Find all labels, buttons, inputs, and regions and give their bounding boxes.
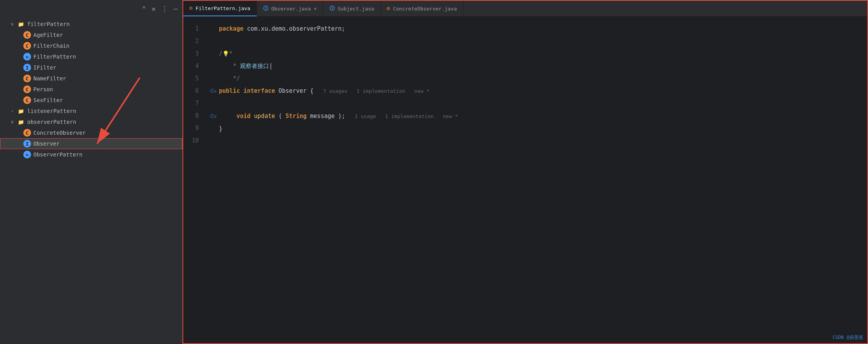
tree-label: Observer — [33, 141, 59, 147]
params-open: ( — [279, 113, 282, 120]
tree-label: NameFilter — [33, 75, 66, 82]
tree-item-listenerpattern-folder[interactable]: › 📁 listenerPattern — [0, 106, 182, 116]
tree-label: Person — [33, 86, 53, 92]
tab-observer[interactable]: Ⓘ Observer.java ✕ — [257, 1, 323, 16]
minimize-icon[interactable]: — — [174, 5, 178, 13]
tree-item-namefilter[interactable]: C NameFilter — [0, 73, 182, 84]
class-icon: C — [23, 85, 31, 93]
code-line-6: Ⓘ↓ public interface Observer { 7 usages … — [208, 85, 867, 97]
kw-interface: interface — [243, 87, 275, 94]
code-text-4: * 观察者接口 — [219, 60, 867, 72]
tab-label: ConcreteObserver.java — [393, 6, 457, 12]
package-path: com.xu.demo.observerPattern; — [247, 25, 345, 32]
kw-public: public — [219, 87, 240, 94]
code-line-8: Ⓘ↓ void update ( String message ); 1 usa… — [208, 110, 867, 123]
tree-label: listenerPattern — [27, 108, 76, 114]
code-text-10 — [219, 135, 867, 148]
folder-icon: 📁 — [17, 118, 25, 126]
tab-label: Subject.java — [338, 6, 374, 12]
sidebar: ⌃ ✕ ⋮ — ∨ 📁 filterPattern C AgeFilter C … — [0, 0, 182, 344]
tab-bar: © FilterPattern.java Ⓘ Observer.java ✕ Ⓘ… — [183, 1, 867, 16]
indent — [219, 113, 233, 120]
more-icon[interactable]: ⋮ — [161, 5, 168, 13]
class-icon: ↻ — [23, 151, 31, 158]
class-icon: C — [23, 96, 31, 104]
code-text-7 — [219, 97, 867, 110]
comment-chinese: 观察者接口 — [240, 63, 269, 69]
class-icon: ↻ — [23, 53, 31, 61]
interface-icon: I — [23, 140, 31, 148]
tree-item-observer[interactable]: I Observer — [0, 138, 182, 149]
code-editor[interactable]: 1 2 3 4 5 6 7 8 9 10 package com.xu.demo… — [183, 16, 867, 343]
code-line-7 — [208, 97, 867, 110]
tree-item-person[interactable]: C Person — [0, 84, 182, 95]
interface-icon: I — [23, 64, 31, 71]
line-gutter-8: Ⓘ↓ — [208, 110, 219, 123]
tab-concreteobserver[interactable]: © ConcreteObserver.java — [381, 1, 464, 16]
tree-item-agefilter[interactable]: C AgeFilter — [0, 30, 182, 40]
tree-label: ObserverPattern — [33, 151, 82, 158]
params-close: ); — [338, 113, 345, 120]
code-line-1: package com.xu.demo.observerPattern; — [208, 23, 867, 35]
class-icon: C — [23, 42, 31, 50]
code-line-9: } — [208, 123, 867, 135]
tree-item-sexfilter[interactable]: C SexFilter — [0, 95, 182, 106]
editor-area: © FilterPattern.java Ⓘ Observer.java ✕ Ⓘ… — [182, 0, 868, 344]
tree-item-concreteobserver[interactable]: C ConcreteObserver — [0, 127, 182, 138]
class-icon: C — [23, 31, 31, 39]
tree-item-filterchain[interactable]: C FilterChain — [0, 40, 182, 51]
class-icon: C — [23, 129, 31, 137]
close-icon[interactable]: ✕ — [151, 5, 156, 13]
tree-label: SexFilter — [33, 97, 63, 103]
tab-icon-i: Ⓘ — [330, 5, 335, 12]
tree-item-observerpattern-folder[interactable]: ∨ 📁 observerPattern — [0, 116, 182, 127]
expand-arrow: ∨ — [11, 21, 17, 27]
gutter-implement-icon[interactable]: Ⓘ↓ — [210, 85, 217, 97]
tree-label: observerPattern — [27, 119, 76, 125]
tree-label: filterPattern — [27, 21, 70, 27]
folder-icon: 📁 — [17, 20, 25, 28]
tree-item-filterpattern-folder[interactable]: ∨ 📁 filterPattern — [0, 19, 182, 30]
sidebar-toolbar: ⌃ ✕ ⋮ — — [0, 0, 182, 17]
code-line-10 — [208, 135, 867, 148]
interface-name: Observer — [279, 87, 307, 94]
comment-star: * — [229, 50, 233, 57]
tree-label: IFilter — [33, 64, 56, 71]
gutter-implement-icon-2[interactable]: Ⓘ↓ — [210, 110, 217, 123]
code-text-3: /💡* — [219, 47, 867, 60]
tab-subject[interactable]: Ⓘ Subject.java — [323, 1, 381, 16]
tree-item-observerpattern-class[interactable]: ↻ ObserverPattern — [0, 149, 182, 160]
code-text-8: void update ( String message ); 1 usage … — [219, 110, 867, 123]
line-numbers: 1 2 3 4 5 6 7 8 9 10 — [183, 16, 205, 343]
tab-icon-c: © — [387, 6, 390, 12]
tree-label: FilterChain — [33, 43, 69, 49]
code-text-6: public interface Observer { 7 usages 1 i… — [219, 85, 867, 97]
tree-label: FilterPattern — [33, 54, 76, 60]
kw-void: void — [236, 113, 250, 120]
code-text-5: */ — [219, 72, 867, 85]
tab-filterpattern[interactable]: © FilterPattern.java — [183, 1, 257, 16]
param-type: String — [286, 113, 307, 120]
tab-label: Observer.java — [271, 6, 311, 12]
tab-icon-c: © — [189, 5, 193, 11]
comment-indent: * — [219, 63, 240, 69]
code-content[interactable]: package com.xu.demo.observerPattern; /💡* — [205, 16, 867, 343]
tree-item-filterpattern[interactable]: ↻ FilterPattern — [0, 51, 182, 62]
usage-hint: 7 usages 1 implementation new * — [317, 88, 430, 94]
tab-icon-i: Ⓘ — [263, 5, 268, 12]
param-name: message — [310, 113, 335, 120]
code-text-1: package com.xu.demo.observerPattern; — [219, 23, 867, 35]
code-line-3: /💡* — [208, 47, 867, 60]
tab-label: FilterPattern.java — [196, 5, 250, 11]
tree-label: ConcreteObserver — [33, 130, 86, 136]
tree-label: AgeFilter — [33, 32, 63, 38]
folder-icon: 📁 — [17, 107, 25, 115]
expand-arrow: › — [11, 108, 17, 114]
code-text-9: } — [219, 123, 867, 135]
usage-hint-2: 1 usage 1 implementation new * — [349, 113, 458, 119]
code-line-2 — [208, 35, 867, 47]
tab-close-button[interactable]: ✕ — [314, 6, 316, 11]
collapse-icon[interactable]: ⌃ — [142, 5, 146, 13]
tree-item-ifilter[interactable]: I IFilter — [0, 62, 182, 73]
code-line-5: */ — [208, 72, 867, 85]
